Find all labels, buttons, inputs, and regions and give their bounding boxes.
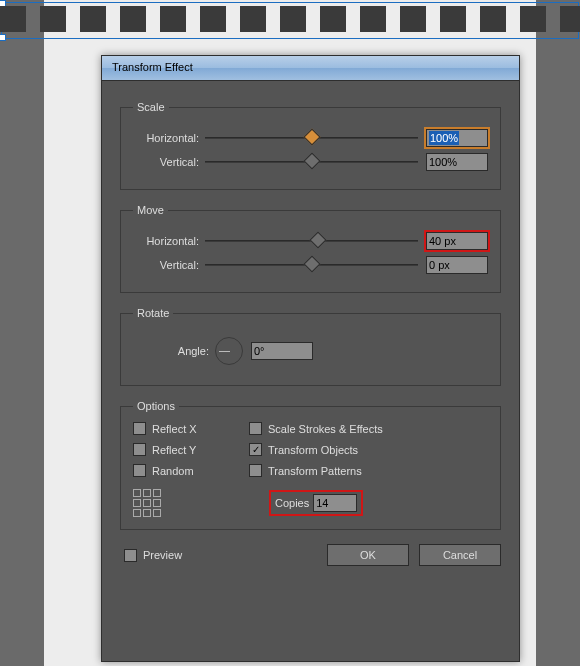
move-legend: Move xyxy=(133,204,168,216)
reflect-x-checkbox[interactable]: Reflect X xyxy=(133,422,245,435)
scale-h-input[interactable]: 100% xyxy=(426,129,488,147)
copies-input[interactable]: 14 xyxy=(313,494,357,512)
random-label: Random xyxy=(152,465,194,477)
angle-label: Angle: xyxy=(133,345,215,357)
move-v-label: Vertical: xyxy=(133,259,205,271)
reflect-y-label: Reflect Y xyxy=(152,444,196,456)
scale-strokes-label: Scale Strokes & Effects xyxy=(268,423,383,435)
random-checkbox[interactable]: Random xyxy=(133,464,245,477)
angle-dial[interactable] xyxy=(215,337,243,365)
copies-field[interactable]: Copies 14 xyxy=(271,492,361,514)
move-h-input[interactable]: 40 px xyxy=(426,232,488,250)
reflect-y-checkbox[interactable]: Reflect Y xyxy=(133,443,245,456)
reflect-x-label: Reflect X xyxy=(152,423,197,435)
move-h-label: Horizontal: xyxy=(133,235,205,247)
scale-v-label: Vertical: xyxy=(133,156,205,168)
move-v-input[interactable]: 0 px xyxy=(426,256,488,274)
checkbox-icon xyxy=(249,422,262,435)
scale-group: Scale Horizontal: 100% Vertical: 100 xyxy=(120,101,501,190)
transform-objects-checkbox[interactable]: ✓ Transform Objects xyxy=(249,443,488,456)
move-group: Move Horizontal: 40 px Vertical: 0 p xyxy=(120,204,501,293)
rotate-group: Rotate Angle: 0° xyxy=(120,307,501,386)
rotate-legend: Rotate xyxy=(133,307,173,319)
ok-button[interactable]: OK xyxy=(327,544,409,566)
scale-h-label: Horizontal: xyxy=(133,132,205,144)
anchor-grid[interactable] xyxy=(133,489,161,517)
cancel-button[interactable]: Cancel xyxy=(419,544,501,566)
transform-patterns-label: Transform Patterns xyxy=(268,465,362,477)
transform-patterns-checkbox[interactable]: Transform Patterns xyxy=(249,464,488,477)
checkbox-checked-icon: ✓ xyxy=(249,443,262,456)
transform-effect-dialog: Transform Effect Scale Horizontal: 100% … xyxy=(101,55,520,662)
checkbox-icon xyxy=(124,549,137,562)
scale-legend: Scale xyxy=(133,101,169,113)
pattern-squares xyxy=(0,6,580,31)
scale-v-input[interactable]: 100% xyxy=(426,153,488,171)
selection-handle-bl[interactable] xyxy=(0,34,6,41)
scale-strokes-checkbox[interactable]: Scale Strokes & Effects xyxy=(249,422,488,435)
checkbox-icon xyxy=(249,464,262,477)
dialog-title[interactable]: Transform Effect xyxy=(102,56,519,81)
move-v-slider[interactable] xyxy=(205,257,418,273)
checkbox-icon xyxy=(133,443,146,456)
scale-h-slider[interactable] xyxy=(205,130,418,146)
preview-label: Preview xyxy=(143,549,182,561)
preview-checkbox[interactable]: Preview xyxy=(124,549,182,562)
angle-input[interactable]: 0° xyxy=(251,342,313,360)
transform-objects-label: Transform Objects xyxy=(268,444,358,456)
scale-v-slider[interactable] xyxy=(205,154,418,170)
move-h-slider[interactable] xyxy=(205,233,418,249)
checkbox-icon xyxy=(133,422,146,435)
options-legend: Options xyxy=(133,400,179,412)
options-group: Options Reflect X Scale Strokes & Effect… xyxy=(120,400,501,530)
copies-label: Copies xyxy=(275,497,309,509)
checkbox-icon xyxy=(133,464,146,477)
